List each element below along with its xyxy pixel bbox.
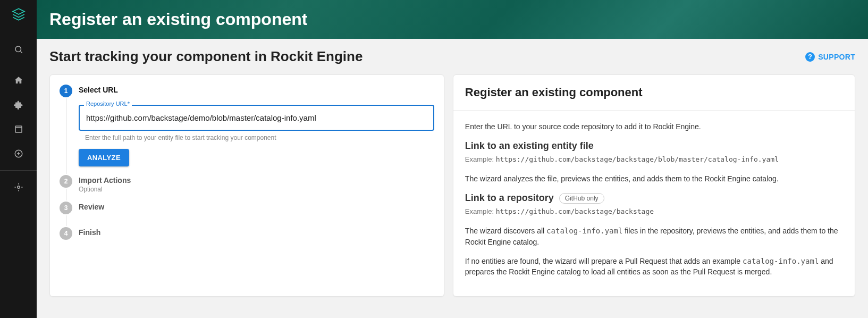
- step-3-indicator: 3: [60, 202, 72, 214]
- main: Register an existing component Start tra…: [37, 0, 868, 318]
- info-sec2-title: Link to a repository GitHub only: [465, 193, 843, 204]
- repository-url-label: Repository URL*: [84, 101, 132, 107]
- app-logo-icon[interactable]: [12, 7, 26, 23]
- sub-header: Start tracking your component in Rockit …: [37, 39, 868, 74]
- info-sec2-example: Example: https://github.com/backstage/ba…: [465, 207, 843, 217]
- svg-rect-1: [15, 126, 22, 132]
- support-link[interactable]: ? SUPPORT: [805, 52, 855, 62]
- support-link-label: SUPPORT: [818, 53, 855, 61]
- step-connector: [66, 189, 66, 200]
- plus-circle-icon: [14, 149, 23, 158]
- step-connector: [66, 98, 66, 174]
- svg-point-3: [17, 186, 20, 189]
- info-sec1-example: Example: https://github.com/backstage/ba…: [465, 155, 843, 165]
- step-2-indicator: 2: [60, 175, 72, 188]
- page-banner: Register an existing component: [37, 0, 868, 39]
- repository-url-field-wrap: Repository URL*: [79, 105, 434, 131]
- step-2-title: Import Actions: [79, 176, 434, 185]
- home-icon: [14, 76, 23, 85]
- puzzle-icon: [14, 100, 23, 110]
- info-sec1-desc: The wizard analyzes the file, previews t…: [465, 173, 843, 184]
- info-sec2-desc2: If no entities are found, the wizard wil…: [465, 256, 843, 278]
- nav-plugins[interactable]: [0, 93, 37, 117]
- help-icon: ?: [805, 52, 815, 62]
- info-heading: Register an existing component: [465, 86, 843, 99]
- target-icon: [14, 182, 23, 192]
- step-4-indicator: 4: [60, 227, 72, 240]
- info-card: Register an existing component Enter the…: [453, 74, 855, 297]
- info-sec1-title: Link to an existing entity file: [465, 140, 843, 152]
- sidebar-divider: [0, 170, 37, 171]
- page-subtitle: Start tracking your component in Rockit …: [49, 48, 363, 65]
- step-1-indicator: 1: [60, 85, 72, 97]
- step-2-sub: Optional: [79, 186, 434, 193]
- stepper-card: 1 Select URL Repository URL* Enter the f…: [49, 74, 444, 297]
- github-only-chip: GitHub only: [559, 193, 604, 204]
- info-sec2-desc: The wizard discovers all catalog-info.ya…: [465, 225, 843, 247]
- nav-home[interactable]: [0, 68, 37, 93]
- nav-create[interactable]: [0, 141, 37, 166]
- step-connector: [66, 215, 66, 226]
- search-icon: [14, 45, 23, 54]
- analyze-button[interactable]: ANALYZE: [79, 149, 129, 166]
- step-4-title: Finish: [79, 228, 434, 237]
- repository-url-input[interactable]: [79, 105, 434, 131]
- nav-search[interactable]: [0, 37, 37, 62]
- info-intro: Enter the URL to your source code reposi…: [465, 121, 843, 132]
- nav-docs[interactable]: [0, 117, 37, 141]
- library-icon: [14, 124, 23, 134]
- step-3-title: Review: [79, 203, 434, 211]
- banner-title: Register an existing component: [49, 10, 855, 29]
- svg-point-0: [15, 46, 21, 52]
- nav-target[interactable]: [0, 175, 37, 199]
- step-1-title: Select URL: [79, 86, 434, 94]
- sidebar: [0, 0, 37, 318]
- repository-url-helper: Enter the full path to your entity file …: [85, 134, 434, 141]
